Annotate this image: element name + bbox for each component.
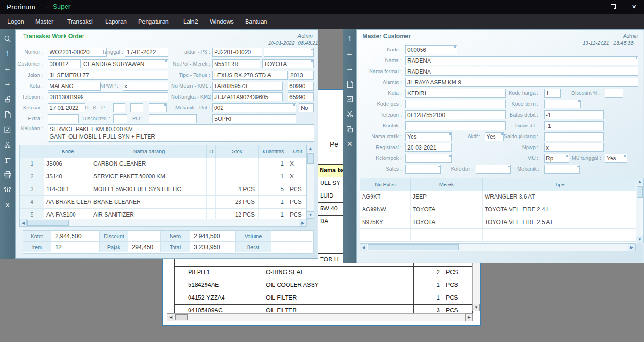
restore-button[interactable] <box>605 4 619 12</box>
alamat-input[interactable]: JL RAYA ASEM KM 8 <box>405 78 638 87</box>
selesai-input[interactable]: 17-01-2022 <box>48 103 85 112</box>
print-button[interactable] <box>0 171 15 179</box>
customer-kode-input[interactable]: 000012 <box>48 59 81 68</box>
npwp-input[interactable]: x <box>544 143 604 152</box>
item-row[interactable]: 3114-OIL1MOBIL1 5W-30 FULL SYNTHETIC4 PC… <box>20 183 307 196</box>
menu-logon[interactable]: Logon <box>8 18 24 25</box>
merek-input[interactable]: TOYOTA <box>262 59 314 68</box>
mekanik-input[interactable] <box>544 165 580 174</box>
scroll-right-button[interactable]: ▶ <box>299 219 306 227</box>
menu-laporan[interactable]: Laporan <box>105 18 127 25</box>
sales-input[interactable] <box>405 165 441 174</box>
close-window-button[interactable]: × <box>0 200 15 210</box>
mekanik-nama-input[interactable]: SUPRI <box>212 114 296 123</box>
scroll-left-button[interactable]: ◀ <box>167 313 174 321</box>
km1-input[interactable]: 60990 <box>288 82 314 91</box>
menu-bantuan[interactable]: Bantuan <box>245 18 267 25</box>
vehicle-row[interactable]: AG9KTJEEPWRANGLER 3.6 AT <box>360 191 637 203</box>
menu-lain2[interactable]: Lain2 <box>183 18 198 25</box>
item-qty[interactable]: 2 <box>414 267 443 279</box>
nopol-input[interactable]: N5511RR <box>212 59 260 68</box>
confirm-button[interactable] <box>0 126 15 133</box>
scroll-up-button[interactable]: ▲ <box>636 178 644 185</box>
item-row[interactable]: 2JS140SERVICE PAKET 60000 KM1X <box>20 170 307 183</box>
hkp3-input[interactable] <box>149 103 167 112</box>
column-header-tipe[interactable]: Tipe <box>483 178 636 191</box>
item-kode[interactable]: 04152-YZZA4 <box>185 292 263 304</box>
column-header-nopolisi[interactable]: No.Polisi <box>360 178 411 191</box>
extra-input[interactable] <box>48 114 79 123</box>
column-header-kode[interactable]: Kode <box>44 145 91 158</box>
column-header-merek[interactable]: Merek <box>411 178 483 191</box>
menu-transaksi[interactable]: Transaksi <box>67 18 93 25</box>
minimize-button[interactable]: – <box>584 3 598 11</box>
faktur-input[interactable]: PJ2201-00020 <box>212 48 262 57</box>
work-order-items-table[interactable]: KodeNama barangDStokKuantitasUnit 1JS006… <box>19 145 308 220</box>
search-icon-button[interactable] <box>0 35 15 43</box>
kolektor-input[interactable] <box>476 165 511 174</box>
saldo-piutang-input[interactable] <box>544 132 604 141</box>
customer-nama-input[interactable]: CHANDRA SURYAWAN <box>82 59 168 68</box>
mekanik-kode-input[interactable]: 002 <box>212 103 296 112</box>
scroll-up-button[interactable]: ▲ <box>306 145 314 152</box>
group-button[interactable] <box>0 186 15 193</box>
horizontal-scroll-thumb[interactable] <box>27 220 69 226</box>
close-button[interactable]: × <box>627 3 641 11</box>
confirm-button[interactable] <box>343 95 356 103</box>
tanggal-input[interactable]: 17-01-2022 <box>125 48 168 57</box>
measure-tool-button[interactable] <box>0 157 15 164</box>
vertical-scroll-thumb[interactable] <box>637 186 643 198</box>
kode-term-input[interactable] <box>544 100 581 108</box>
telepon-input[interactable]: 08113001999 <box>48 92 168 101</box>
hkp1-input[interactable] <box>113 103 125 112</box>
po-input[interactable] <box>149 114 197 123</box>
column-header-kuantitas[interactable]: Kuantitas <box>259 145 288 158</box>
kelompok-input[interactable] <box>405 154 452 163</box>
kode-harga-input[interactable]: 1 <box>544 89 561 98</box>
kode-input[interactable]: 000056 <box>405 45 457 54</box>
jalan-input[interactable]: JL SEMERU 77 <box>48 71 168 80</box>
registrasi-input[interactable]: 20-03-2021 <box>405 143 452 152</box>
next-record-button[interactable]: → <box>0 79 15 88</box>
item-qty[interactable]: 1 <box>414 279 443 292</box>
copy-button[interactable] <box>343 125 356 133</box>
scroll-right-button[interactable]: ▶ <box>465 313 473 321</box>
item-qty[interactable]: 1 <box>414 292 443 304</box>
table-row[interactable]: 04152-YZZA4OIL FILTER1PCS <box>175 292 473 305</box>
vertical-scroll-thumb[interactable] <box>307 153 314 164</box>
scroll-left-button[interactable]: ◀ <box>360 243 367 251</box>
customer-vehicles-table[interactable]: No.PolisiMerekTipe AG9KTJEEPWRANGLER 3.6… <box>360 178 637 244</box>
horizontal-scroll-thumb[interactable] <box>368 244 459 250</box>
cut-button[interactable] <box>343 110 356 118</box>
close-window-button[interactable]: × <box>343 139 356 149</box>
horizontal-scroll-thumb[interactable] <box>175 314 188 320</box>
mu-input[interactable]: Rp <box>544 154 569 163</box>
unlock-button[interactable] <box>0 96 15 103</box>
km2-input[interactable]: 65990 <box>288 92 314 101</box>
scroll-down-button[interactable]: ▼ <box>306 211 314 219</box>
item-nama[interactable]: OIL COOLER ASSY <box>263 279 414 292</box>
nama-statik-input[interactable]: Yes <box>405 132 452 141</box>
hkp2-input[interactable] <box>130 103 143 112</box>
next-record-button[interactable]: → <box>343 64 356 73</box>
new-document-button[interactable] <box>0 111 15 119</box>
scroll-right-button[interactable]: ▶ <box>628 243 636 251</box>
mu-tunggal-input[interactable]: Yes <box>605 154 627 163</box>
column-header-stok[interactable]: Stok <box>216 145 259 158</box>
item-kode[interactable]: P8 PH 1 <box>185 267 263 279</box>
menu-master[interactable]: Master <box>35 18 53 25</box>
discount-input[interactable] <box>113 114 127 123</box>
item-unit[interactable]: PCS <box>443 279 473 292</box>
previous-record-button[interactable]: ← <box>0 64 15 73</box>
item-unit[interactable]: PCS <box>443 292 473 304</box>
item-kode[interactable]: 5184294AE <box>185 279 263 292</box>
item-nama[interactable]: O-RING SEAL <box>263 267 414 279</box>
npwp-input[interactable]: x <box>123 82 168 91</box>
table-row[interactable]: 5184294AEOIL COOLER ASSY1PCS <box>175 279 473 292</box>
menu-windows[interactable]: Windows <box>210 18 234 25</box>
item-nama[interactable]: OIL FILTER <box>263 292 414 304</box>
ret-input[interactable]: No <box>299 103 314 112</box>
column-header-unit[interactable]: Unit <box>288 145 307 158</box>
tahun-input[interactable]: 2013 <box>289 71 314 80</box>
record-number[interactable]: 1 <box>0 50 15 58</box>
